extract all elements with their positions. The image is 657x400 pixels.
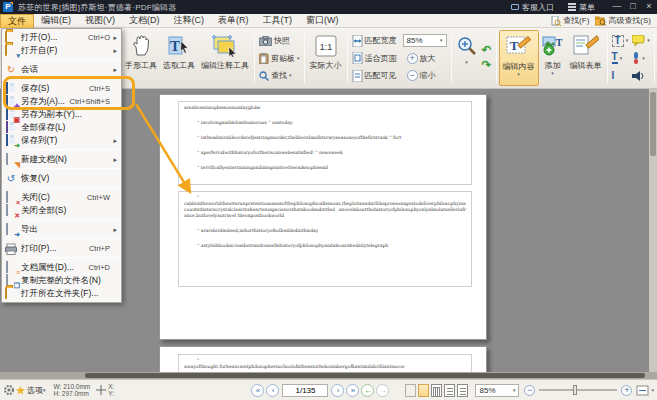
view-mode-facing-icon[interactable] xyxy=(431,384,442,397)
view-mode-continuous-icon[interactable] xyxy=(444,384,455,397)
advanced-find-button[interactable]: 高级查找(S) xyxy=(595,15,651,26)
zoom-out-label[interactable]: 缩小 xyxy=(420,70,436,81)
maximize-button[interactable]: □ xyxy=(625,0,641,14)
menu-tools[interactable]: 工具(T) xyxy=(256,14,300,27)
last-page-button[interactable]: » xyxy=(346,384,359,397)
svg-text:T: T xyxy=(555,37,562,48)
options-button[interactable]: 选项 xyxy=(27,385,43,396)
file-menu-item-save-as[interactable]: ✚ 另存为(A)... Ctrl+Shift+S xyxy=(2,95,121,108)
hand-tool-button[interactable]: 手形工具 xyxy=(122,30,160,86)
file-menu-item-copy-full-filename[interactable]: ❐ 复制完整的文件名(N) xyxy=(2,274,121,287)
file-menu-item-save-as-copy[interactable]: ▣ 另存为副本(Y)... xyxy=(2,108,121,121)
file-menu-item-open-containing-folder[interactable]: 打开所在文件夹(F)... xyxy=(2,287,121,300)
menu-view[interactable]: 视图(V) xyxy=(78,14,122,27)
file-menu-item-session[interactable]: ↻ 会话 ▸ xyxy=(2,63,121,76)
save-all-icon xyxy=(5,122,17,134)
file-menu-item-save-all[interactable]: 全部保存(L) xyxy=(2,121,121,134)
fit-visible-button[interactable] xyxy=(352,70,363,82)
zoom-level-select[interactable]: 85% ▾ xyxy=(403,34,447,47)
status-zoom-out-button[interactable]: − xyxy=(524,385,535,396)
service-bubble-icon xyxy=(511,4,519,10)
next-view-button[interactable]: → xyxy=(376,384,389,397)
fit-width-label[interactable]: 匹配宽度 xyxy=(365,35,397,46)
svg-text:T: T xyxy=(509,38,518,53)
gear-icon[interactable] xyxy=(3,384,15,396)
text-underline-icon[interactable]: T xyxy=(612,52,618,64)
vertical-scroll-thumb[interactable] xyxy=(650,92,656,156)
horizontal-scroll-thumb[interactable] xyxy=(85,373,645,378)
previous-view-button[interactable]: ← xyxy=(361,384,374,397)
first-page-button[interactable]: « xyxy=(251,384,264,397)
edit-annotation-tool-button[interactable]: 编辑注释工具 xyxy=(198,30,252,86)
fit-window-icon[interactable] xyxy=(636,385,649,396)
highlighter-icon[interactable] xyxy=(632,52,640,64)
next-page-button[interactable]: › xyxy=(331,384,344,397)
print-icon xyxy=(5,243,17,255)
file-menu-item-document-properties[interactable]: ≡ 文档属性(D)... Ctrl+D xyxy=(2,261,121,274)
file-menu-item-revert[interactable]: ↺ 恢复(V) xyxy=(2,172,121,185)
edit-content-button[interactable]: T 编辑内容 ▾ xyxy=(499,30,539,86)
menu-window[interactable]: 窗口(W) xyxy=(299,14,346,27)
view-mode-continuous-facing-icon[interactable] xyxy=(457,384,468,397)
zoom-slider[interactable] xyxy=(539,389,617,391)
note-bubble-icon[interactable] xyxy=(632,35,645,46)
text-cursor-icon[interactable]: I xyxy=(612,71,615,81)
actual-size-button[interactable]: 1:1 实际大小 xyxy=(307,30,345,86)
text-block-reviews[interactable]: arealivesinsophiesonsundayglobe “ involv… xyxy=(178,101,472,185)
menu-file[interactable]: 文件 xyxy=(0,14,34,28)
previous-page-button[interactable]: ‹ xyxy=(266,384,279,397)
file-menu-item-save-to[interactable]: ➜ 保存到(T) ▸ xyxy=(2,134,121,147)
fit-width-button[interactable] xyxy=(352,35,363,47)
snapshot-button[interactable]: 快照 xyxy=(259,32,300,49)
file-menu-item-close[interactable]: × 关闭(C) Ctrl+W xyxy=(2,191,121,204)
file-menu-item-print[interactable]: 打印(P)... Ctrl+P xyxy=(2,242,121,255)
file-menu-item-export[interactable]: ➜ 导出 ▸ xyxy=(2,223,121,236)
menu-form[interactable]: 表单(R) xyxy=(211,14,256,27)
status-zoom-in-button[interactable]: + xyxy=(621,385,632,396)
pdf-page-1[interactable]: arealivesinsophiesonsundayglobe “ involv… xyxy=(159,94,487,340)
page-number-input[interactable] xyxy=(282,384,328,397)
sound-icon[interactable] xyxy=(632,71,644,81)
view-mode-single-page-icon[interactable] xyxy=(418,384,429,397)
horizontal-scrollbar[interactable] xyxy=(0,372,657,379)
file-menu-item-save[interactable]: 保存(S) Ctrl+S xyxy=(2,82,121,95)
zoom-out-button[interactable]: − xyxy=(407,70,418,81)
fit-visible-label[interactable]: 匹配可见 xyxy=(365,70,397,81)
file-menu-item-open-from[interactable]: ▾ 打开自(F) ▸ xyxy=(2,44,121,57)
file-menu-item-open[interactable]: 打开(O)... Ctrl+O ▸ xyxy=(2,31,121,44)
file-menu-item-new-document[interactable]: ◥ 新建文档(N) ▸ xyxy=(2,153,121,166)
doc-quote: “ intheadmirableorderofjestringssorder,t… xyxy=(197,135,466,141)
file-menu-item-close-all[interactable]: ✕ 关闭全部(S) xyxy=(2,204,121,217)
zoom-in-button[interactable]: + xyxy=(407,53,418,64)
zoom-slider-thumb[interactable] xyxy=(573,385,577,395)
undo-icon[interactable]: ↶ xyxy=(482,45,492,56)
fit-page-label[interactable]: 适合页面 xyxy=(365,53,397,64)
text-block-description[interactable]: ” cableintheworldtheutterunpretentiousne… xyxy=(178,191,472,287)
service-entry-button[interactable]: 客服入口 xyxy=(511,2,554,13)
menu-toggle-button[interactable]: 菜单 xyxy=(568,2,595,13)
doc-quote: “ terrificallyentertainingandimaginative… xyxy=(197,165,466,171)
status-zoom-select[interactable]: 85% ▾ xyxy=(475,384,519,397)
menu-edit[interactable]: 编辑(E) xyxy=(34,14,78,27)
find-tool-button[interactable]: 查找 ▾ xyxy=(259,67,300,84)
fit-page-button[interactable] xyxy=(352,52,363,64)
select-tool-button[interactable]: T 选取工具 xyxy=(160,30,198,86)
menu-document[interactable]: 文档(D) xyxy=(122,14,167,27)
find-button[interactable]: 查找(F) xyxy=(551,15,589,26)
add-content-button[interactable]: T 添加 ▾ xyxy=(539,30,567,86)
vertical-scrollbar[interactable] xyxy=(649,89,657,372)
close-button[interactable]: × xyxy=(641,0,657,14)
clipboard-button[interactable]: 剪贴板 ▾ xyxy=(259,50,300,67)
menu-comment[interactable]: 注释(C) xyxy=(167,14,212,27)
typewriter-icon[interactable]: T xyxy=(612,35,624,47)
minimize-button[interactable]: — xyxy=(609,0,625,14)
zoom-in-label[interactable]: 放大 xyxy=(420,53,436,64)
edit-form-button[interactable]: 编辑表单 xyxy=(567,30,605,86)
star-icon xyxy=(16,386,25,395)
redo-icon[interactable]: ↷ xyxy=(482,60,492,71)
magnifier-tool-button[interactable]: ▾ xyxy=(454,30,480,86)
view-mode-blank-icon[interactable] xyxy=(405,384,416,397)
window-title: 苏菲的世界[插图]乔斯坦·贾德著·PDF编辑器 xyxy=(18,2,176,13)
status-bar: 选项 ▾ W: 210.0mm H: 297.0mm X: Y: « ‹ › »… xyxy=(0,379,657,400)
typewriter-group: T▾ T▾ I xyxy=(610,30,631,86)
